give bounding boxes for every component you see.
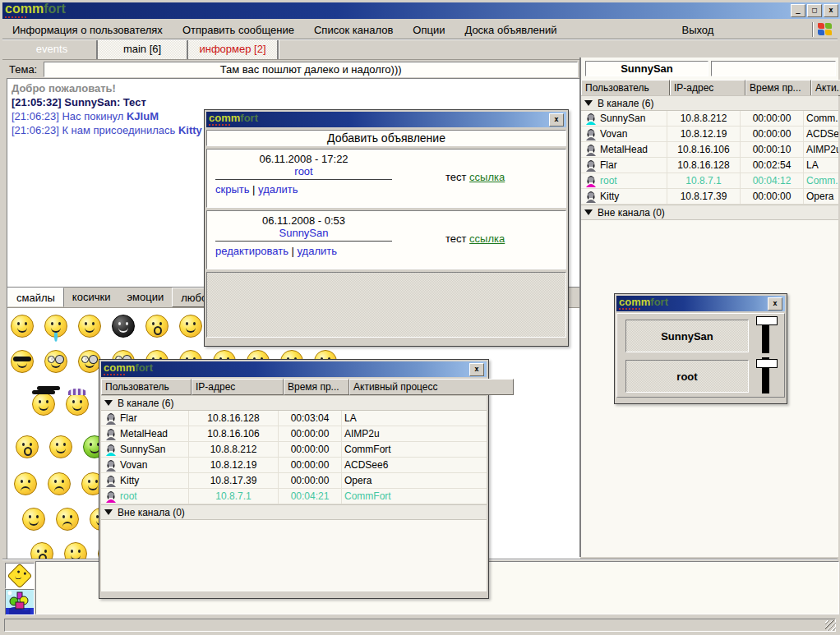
smiley-smile-icon[interactable] — [64, 542, 87, 560]
window-titlebar[interactable]: commfort _ □ x — [2, 2, 840, 19]
volume-window-close-button[interactable]: x — [768, 297, 782, 311]
board-entry-date: 06.11.2008 - 17:22 — [215, 153, 392, 165]
smiley-plain-icon[interactable] — [11, 315, 34, 338]
minimize-button[interactable]: _ — [791, 4, 805, 17]
nick-extra-box[interactable] — [711, 61, 836, 76]
board-entry-meta: 06.11.2008 - 0:53SunnySanредактировать |… — [215, 214, 392, 257]
user-row[interactable]: Flar10.8.16.12800:03:04LA — [101, 411, 487, 426]
smiley-indian-icon[interactable] — [66, 393, 89, 416]
column-header-2[interactable]: Время пр... — [284, 379, 349, 395]
smiley-sad-icon[interactable] — [56, 508, 79, 531]
resize-grip[interactable] — [825, 620, 836, 631]
menu-item-2[interactable]: Список каналов — [304, 21, 403, 39]
volume-user-box[interactable]: SunnySan — [625, 320, 749, 352]
column-header-0[interactable]: Пользователь — [101, 379, 192, 395]
volume-user-box[interactable]: root — [625, 360, 749, 393]
menu-item-1[interactable]: Отправить сообщение — [173, 21, 304, 39]
column-header-2[interactable]: Время пр... — [745, 80, 811, 96]
smiley-oh-icon[interactable] — [145, 315, 168, 338]
board-titlebar[interactable]: commfort x — [206, 112, 566, 127]
board-action-удалить[interactable]: удалить — [258, 183, 298, 196]
group-in-channel[interactable]: В канале (6) — [101, 395, 487, 411]
smiley-nerd-icon[interactable] — [44, 350, 67, 373]
smiley-stare-icon[interactable] — [179, 315, 202, 338]
user-row[interactable]: Kitty10.8.17.3900:00:00Opera — [101, 473, 487, 489]
menu-item-0[interactable]: Информация о пользователях — [2, 21, 173, 39]
tab-main[interactable]: main [6] — [98, 40, 188, 59]
user-row[interactable]: SunnySan10.8.8.21200:00:00Comm... — [581, 111, 838, 127]
own-nick-box[interactable]: SunnySan — [585, 61, 708, 76]
smiley-glasses-icon[interactable] — [78, 350, 101, 373]
group-label: Вне канала (0) — [598, 207, 665, 219]
smiley-tab-0[interactable]: смайлы — [7, 288, 64, 307]
column-header-0[interactable]: Пользователь — [581, 80, 670, 96]
users-window-titlebar[interactable]: commfort x — [101, 361, 487, 377]
user-row[interactable]: Flar10.8.16.12800:02:54LA — [581, 158, 838, 173]
smiley-frown-icon[interactable] — [14, 472, 37, 495]
smiley-hat-icon[interactable] — [32, 393, 55, 416]
board-close-button[interactable]: x — [549, 113, 564, 127]
volume-slider-handle[interactable] — [756, 359, 778, 368]
windows-logo-icon[interactable] — [818, 23, 833, 36]
column-header-1[interactable]: IP-адрес — [192, 379, 284, 395]
ship-avatar[interactable] — [5, 589, 35, 615]
smiley-worried-icon[interactable] — [48, 472, 71, 495]
smiley-tab-1[interactable]: косички — [64, 288, 119, 307]
board-action-скрыть[interactable]: скрыть — [215, 183, 250, 196]
user-name: MetalHead — [120, 428, 168, 439]
tab-informer[interactable]: информер [2] — [188, 40, 279, 59]
user-row[interactable]: Kitty10.8.17.3900:00:00Opera — [581, 189, 838, 205]
user-row[interactable]: Vovan10.8.12.1900:00:00ACDSee6 — [581, 127, 838, 142]
board-action-удалить[interactable]: удалить — [298, 245, 337, 257]
user-row[interactable]: root10.8.7.100:04:21CommFort — [101, 489, 487, 504]
column-header-3[interactable]: Акти... — [811, 80, 840, 96]
add-announcement-button[interactable]: Добавить объявление — [206, 130, 566, 146]
user-name: Flar — [600, 159, 617, 171]
close-button[interactable]: x — [824, 4, 838, 17]
menu-item-4[interactable]: Доска объявлений — [455, 21, 566, 39]
user-row[interactable]: Vovan10.8.12.1900:00:00ACDSee6 — [101, 458, 487, 473]
menu-item-3[interactable]: Опции — [403, 21, 455, 39]
users-window-close-button[interactable]: x — [469, 363, 484, 376]
user-row[interactable]: SunnySan10.8.8.21200:00:00CommFort — [101, 442, 487, 458]
maximize-button[interactable]: □ — [807, 4, 822, 17]
menu-item-exit[interactable]: Выход — [672, 21, 723, 39]
user-row[interactable]: MetalHead10.8.16.10600:00:10AIMP2u — [581, 142, 838, 158]
user-ip-cell: 10.8.8.212 — [189, 442, 279, 457]
user-process-cell: LA — [804, 158, 838, 173]
column-header-3[interactable]: Активный процесс — [349, 379, 514, 395]
board-entry-link[interactable]: ссылка — [469, 232, 505, 245]
column-header-1[interactable]: IP-адрес — [670, 80, 745, 96]
smiley-cry-icon[interactable] — [44, 315, 67, 338]
smiley-dark-icon[interactable] — [112, 315, 135, 338]
user-name-cell: MetalHead — [101, 426, 189, 441]
message-text: Нас покинул — [59, 110, 127, 122]
board-entry-author[interactable]: root — [294, 165, 312, 177]
smiley-smile-icon[interactable] — [49, 435, 72, 458]
user-row[interactable]: root10.8.7.100:04:12Comm... — [581, 173, 838, 189]
collapse-triangle-icon — [584, 209, 593, 219]
smiley-smile-icon[interactable] — [78, 315, 101, 338]
smiley-tab-2[interactable]: эмоции — [118, 288, 172, 307]
smiley-shades-icon[interactable] — [11, 350, 34, 373]
accessory-shadesband — [13, 357, 31, 361]
user-row[interactable]: MetalHead10.8.16.10600:00:00AIMP2u — [101, 426, 487, 442]
board-entry-meta: 06.11.2008 - 17:22rootскрыть | удалить — [215, 153, 392, 196]
board-entry-link[interactable]: ссылка — [469, 171, 505, 183]
smiley-scream-icon[interactable] — [30, 542, 53, 560]
user-name: root — [600, 175, 617, 186]
board-action-редактировать[interactable]: редактировать — [215, 245, 288, 257]
volume-window-titlebar[interactable]: commfort x — [616, 296, 785, 311]
group-out-channel[interactable]: Вне канала (0) — [101, 504, 487, 520]
group-out-channel[interactable]: Вне канала (0) — [581, 205, 838, 220]
topic-input[interactable]: Там вас пошлют далеко и надолго))) — [44, 62, 578, 77]
group-in-channel[interactable]: В канале (6) — [581, 95, 838, 111]
smiley-yawn-icon[interactable] — [16, 435, 39, 458]
board-entry-author[interactable]: SunnySan — [279, 227, 329, 239]
tab-events[interactable]: events — [7, 40, 98, 59]
smiley-dizzy-icon[interactable] — [22, 508, 45, 531]
volume-slider-handle[interactable] — [756, 316, 778, 325]
own-smiley-avatar[interactable] — [5, 563, 35, 589]
user-avatar-icon — [585, 113, 597, 125]
user-process-cell: Opera — [804, 189, 838, 204]
